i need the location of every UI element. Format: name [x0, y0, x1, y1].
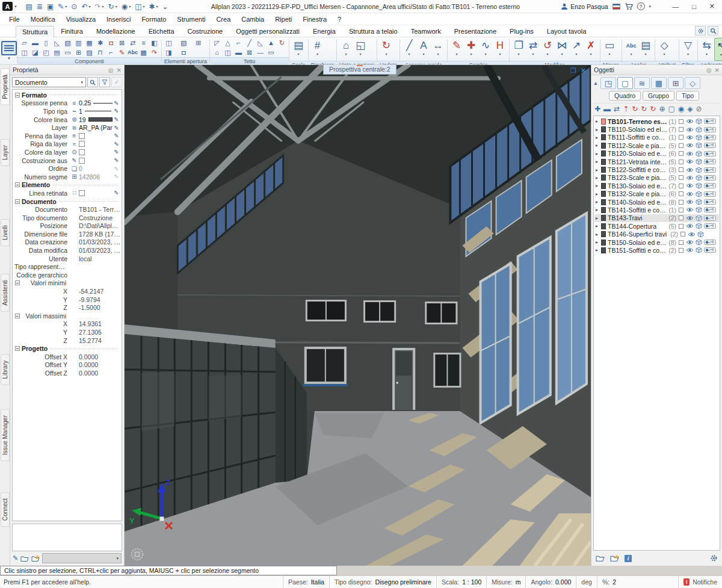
solid-cube-icon[interactable]	[697, 231, 704, 238]
expand-arrow-icon[interactable]: ▸	[596, 143, 601, 148]
object-checkbox[interactable]	[679, 191, 683, 196]
solid-cube-icon[interactable]	[696, 239, 702, 246]
color-picker-icon[interactable]: ✎	[13, 554, 18, 562]
skylight-icon[interactable]: ▧	[179, 39, 189, 48]
object-row-tb140[interactable]: ▸TB140-Solaio ed elevazioni(8)	[594, 198, 719, 206]
expand-arrow-icon[interactable]: ▸	[596, 207, 601, 212]
property-filter-funnel-icon[interactable]	[99, 77, 110, 87]
object-row-tb151[interactable]: ▸TB151-Soffitti e controsoffi...(2)	[594, 246, 719, 254]
panel-close-icon[interactable]: ✕	[117, 67, 122, 73]
menu-formato[interactable]: Formato	[136, 14, 171, 24]
object-row-tb121[interactable]: ▸TB121-Vetrata interna ufficio(5)	[594, 158, 719, 166]
collapse-icon[interactable]	[15, 280, 20, 285]
eyedropper-icon[interactable]: ✎	[113, 141, 120, 147]
visibility-eye-icon[interactable]	[686, 119, 694, 124]
checkbox[interactable]	[79, 149, 85, 155]
rafter-icon[interactable]: ╱	[244, 39, 255, 48]
visible-eye-icon[interactable]: ◉	[678, 105, 684, 113]
checkbox[interactable]	[79, 158, 85, 164]
tab-presentazione[interactable]: Presentazione	[448, 25, 503, 37]
close-button[interactable]: ✕	[709, 2, 715, 10]
collapse-icon[interactable]	[15, 199, 20, 204]
property-value[interactable]	[79, 158, 113, 164]
expand-arrow-icon[interactable]: ▸	[596, 247, 601, 253]
chimney-icon[interactable]: ◰	[41, 48, 51, 57]
level-icon[interactable]: ≡	[138, 39, 149, 48]
view-mode-icon[interactable]: ◉▾	[120, 1, 133, 12]
menu-visualizza[interactable]: Visualizza	[61, 14, 101, 24]
mode-button-tipo[interactable]: Tipo	[676, 91, 699, 101]
info-icon[interactable]: i	[625, 555, 632, 562]
sidebar-tab-issue-manager[interactable]: Issue Manager	[1, 409, 10, 461]
filter-funnel-icon[interactable]: ▽▾	[681, 38, 696, 61]
object-row-tb101[interactable]: ▸TB101-Terreno esterno(1)	[594, 117, 719, 125]
tab-teamwork[interactable]: Teamwork	[404, 25, 448, 37]
collapse-panel-arrow-icon[interactable]: ▲	[593, 81, 598, 86]
dormer-icon[interactable]: △	[223, 39, 233, 48]
object-checkbox[interactable]	[679, 184, 683, 188]
menu-cambia[interactable]: Cambia	[236, 14, 270, 24]
sidebar-tab-layer[interactable]: Layer	[1, 139, 10, 166]
object-row-tb132[interactable]: ▸TB132-Scale e pianerottoli(6)	[594, 190, 719, 198]
solid-cube-icon[interactable]	[696, 158, 702, 165]
eyedropper-icon[interactable]: ✎	[113, 166, 120, 172]
open-favorite-icon[interactable]	[20, 555, 29, 562]
beam-icon[interactable]: ▭	[266, 48, 276, 57]
find-icon[interactable]: ⊙	[69, 1, 79, 12]
slanted-slab-icon[interactable]: ◺	[52, 39, 62, 48]
transparency-slider-icon[interactable]	[704, 159, 716, 164]
object-checkbox[interactable]	[679, 119, 683, 124]
transparency-slider-icon[interactable]	[704, 151, 716, 156]
save-favorite-icon[interactable]	[610, 554, 619, 562]
object-row-tb110[interactable]: ▸TB110-Solaio ed elevazioni(7)	[594, 125, 719, 133]
eyedropper-icon[interactable]: ✎	[113, 100, 120, 107]
recess-icon[interactable]: ⌐	[106, 48, 116, 57]
object-checkbox[interactable]	[679, 151, 683, 156]
solid-cube-icon[interactable]	[696, 199, 702, 205]
expand-arrow-icon[interactable]: ▸	[596, 215, 601, 221]
allplan-logo[interactable]: A	[2, 2, 13, 11]
property-value[interactable]	[79, 149, 113, 155]
collapse-icon[interactable]	[15, 182, 20, 187]
sidebar-tab-connect[interactable]: Connect	[1, 492, 10, 527]
transparency-slider-icon[interactable]	[704, 207, 716, 212]
solid-cube-icon[interactable]	[696, 247, 702, 253]
polygon-wall-icon[interactable]: ▤	[52, 48, 62, 57]
tab-modellazione[interactable]: Modellazione	[90, 25, 142, 37]
checkbox[interactable]	[79, 141, 85, 147]
sidebar-tab-library[interactable]: Library	[1, 354, 10, 385]
user-account[interactable]: Enzo Pasqua	[561, 3, 608, 10]
corner-window-icon[interactable]: ◨	[164, 48, 174, 57]
property-value[interactable]	[79, 133, 113, 139]
repeat-icon[interactable]: ↻▾	[106, 1, 119, 12]
visibility-eye-icon[interactable]	[686, 143, 694, 148]
transparency-slider-icon[interactable]	[704, 119, 716, 124]
solid-cube-icon[interactable]	[696, 134, 702, 141]
expand-arrow-icon[interactable]: ▸	[596, 183, 601, 188]
project-organizer-icon[interactable]: ≣	[35, 1, 45, 12]
object-row-tb144[interactable]: ▸TB144-Copertura(5)	[594, 222, 719, 230]
transparency-slider-icon[interactable]	[704, 183, 716, 188]
apply-icon[interactable]: ↷	[149, 48, 159, 57]
report-icon[interactable]: ▤▾	[638, 38, 653, 61]
property-value[interactable]: AR_PA (Pareti)	[79, 124, 113, 131]
fill-icon[interactable]: ◧	[149, 39, 159, 48]
slab-icon[interactable]: ▬	[30, 39, 40, 48]
property-row-linea-retinata[interactable]: Linea retinata∷✎	[14, 189, 120, 197]
visibility-eye-icon[interactable]	[688, 232, 696, 237]
transparency-slider-icon[interactable]	[704, 143, 716, 148]
panel-pin-icon[interactable]: ◎	[706, 67, 712, 73]
text-icon[interactable]: A▾	[416, 38, 431, 61]
tab-struttura-a-telaio[interactable]: Struttura a telaio	[342, 25, 404, 37]
eyedropper-icon[interactable]: ✎	[113, 116, 120, 123]
hip-roof-icon[interactable]: ⌂	[212, 48, 222, 57]
attribute-view-icon[interactable]: ◇	[685, 77, 700, 89]
solid-view-icon[interactable]: ◈	[687, 105, 693, 113]
refresh-icon[interactable]: ↻	[632, 105, 638, 113]
object-row-tb122[interactable]: ▸TB122-Soffitti e controsoffi...(3)	[594, 166, 719, 173]
opening-grid-icon[interactable]: ⊞	[193, 39, 203, 48]
open-favorite-icon[interactable]	[596, 554, 605, 562]
room-icon[interactable]: ▦	[84, 39, 94, 48]
object-checkbox[interactable]	[679, 167, 683, 172]
spline-edit-icon[interactable]: ∿▾	[478, 38, 493, 61]
